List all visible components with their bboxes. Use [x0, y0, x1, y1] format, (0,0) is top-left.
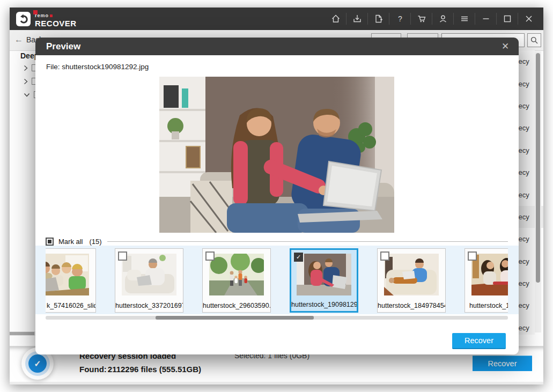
thumbnail-label: hutterstock_184 [465, 302, 508, 309]
titlebar-buttons: ? [325, 8, 539, 30]
thumbnail-image [46, 254, 89, 295]
back-arrow-icon: ← [14, 35, 23, 45]
window-bottom-strip [10, 382, 543, 384]
vertical-scrollbar-thumb[interactable] [536, 53, 540, 283]
remo-logo-icon [16, 12, 31, 26]
close-icon[interactable] [518, 8, 539, 30]
thumbnail-checkbox[interactable] [205, 252, 215, 261]
dialog-close-icon[interactable]: ✕ [497, 38, 513, 55]
check-icon: ✓ [28, 354, 47, 373]
thumbnail-image [297, 254, 351, 295]
recover-button-dialog[interactable]: Recover [452, 333, 506, 349]
thumbnail-item-4-selected[interactable]: ✓ hutterstock_190981292.jp [290, 248, 358, 313]
thumbnail-scrollbar-thumb[interactable] [156, 316, 314, 320]
svg-text:?: ? [398, 14, 402, 23]
thumbnail-label: hutterstock_337201697.jp [115, 302, 183, 309]
logo-red-square [50, 14, 53, 17]
mark-all-row: Mark all (15) [46, 236, 508, 246]
search-icon[interactable] [527, 33, 541, 47]
logo-text: remo RECOVER [35, 10, 77, 27]
thumbnail-strip-viewport: k_57416026_slider. hutterstock_337201697… [46, 246, 508, 314]
mark-all-count: (15) [90, 238, 102, 246]
recover-button-main[interactable]: Recover [473, 356, 532, 371]
mark-all-label: Mark all [58, 238, 83, 246]
thumbnail-checkbox[interactable] [468, 252, 477, 261]
help-icon[interactable]: ? [389, 8, 410, 30]
thumbnail-item-6[interactable]: hutterstock_184 [464, 248, 508, 313]
new-file-icon[interactable] [368, 8, 389, 30]
dialog-title: Preview [46, 41, 80, 52]
found-value: 2112296 files (555.51GB) [108, 365, 201, 374]
divider-line [107, 241, 508, 242]
import-session-icon[interactable] [346, 8, 367, 30]
thumbnail-label: hutterstock_29603590.jpg [203, 302, 270, 309]
thumbnail-label: k_57416026_slider. [46, 302, 95, 309]
account-icon[interactable] [432, 8, 453, 30]
thumbnail-strip: k_57416026_slider. hutterstock_337201697… [35, 246, 519, 314]
menu-icon[interactable] [454, 8, 475, 30]
vertical-scrollbar[interactable] [535, 51, 541, 332]
preview-file-label: File: shutterstock190981292.jpg [46, 63, 149, 71]
thumbnail-item-3[interactable]: hutterstock_29603590.jpg [202, 248, 271, 313]
thumbnail-item-1[interactable]: k_57416026_slider. [46, 248, 96, 313]
thumbnail-label: hutterstock_190981292.jp [291, 301, 357, 308]
thumbnail-scrollbar[interactable] [46, 316, 508, 320]
logo-line2: RECOVER [35, 19, 77, 27]
preview-image [159, 77, 394, 233]
minimize-icon[interactable] [475, 8, 496, 30]
mark-all-checkbox[interactable] [46, 238, 54, 246]
thumbnail-item-5[interactable]: hutterstock_184978454.jp [377, 248, 446, 313]
thumbnail-image [384, 254, 439, 295]
found-files-text: Found:2112296 files (555.51GB) [79, 365, 201, 374]
preview-dialog: Preview ✕ File: shutterstock190981292.jp… [35, 38, 519, 354]
horizontal-scrollbar[interactable] [10, 331, 35, 336]
dialog-header: Preview ✕ [35, 38, 519, 55]
chevron-right-icon [24, 65, 28, 71]
horizontal-scrollbar-thumb[interactable] [10, 332, 34, 335]
chevron-right-icon [24, 78, 28, 85]
home-icon[interactable] [325, 8, 346, 30]
thumbnail-item-2[interactable]: hutterstock_337201697.jp [115, 248, 183, 313]
chevron-down-icon [24, 93, 30, 97]
thumbnail-checkbox[interactable] [118, 252, 127, 261]
mark-all-indeterminate [48, 240, 51, 243]
thumbnail-image [209, 254, 264, 295]
thumbnail-label: hutterstock_184978454.jp [378, 302, 445, 309]
maximize-icon[interactable] [497, 8, 518, 30]
logo-red-dot [33, 10, 38, 14]
titlebar: remo RECOVER ? [10, 8, 543, 30]
found-label: Found: [79, 365, 107, 374]
thumbnail-image [471, 254, 508, 295]
thumbnail-checkbox-checked[interactable]: ✓ [294, 253, 303, 262]
cart-icon[interactable] [411, 8, 432, 30]
thumbnail-image [122, 254, 176, 295]
thumbnail-checkbox[interactable] [380, 252, 389, 261]
app-logo: remo RECOVER [16, 10, 77, 27]
